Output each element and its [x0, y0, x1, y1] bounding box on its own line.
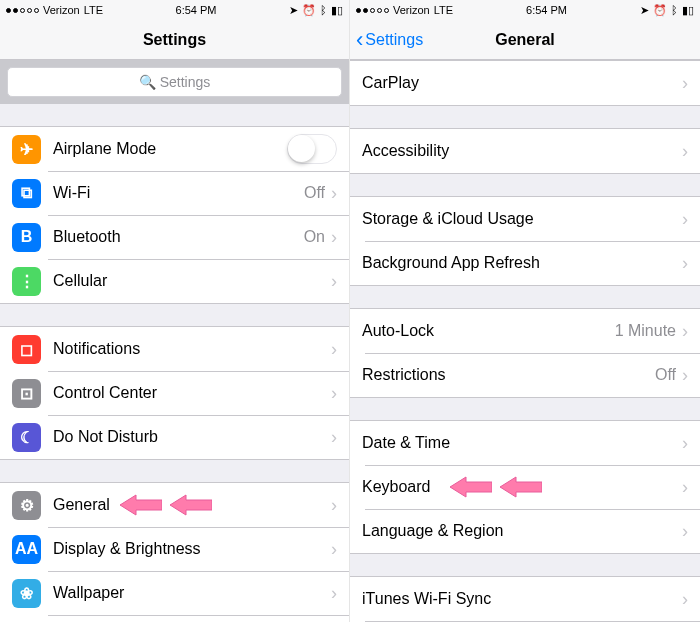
nav-bar: Settings — [0, 20, 349, 60]
row-date-time[interactable]: Date & Time› — [350, 421, 700, 465]
page-title: Settings — [143, 31, 206, 49]
chevron-right-icon: › — [682, 433, 688, 454]
airplane-icon: ✈ — [12, 135, 41, 164]
row-control[interactable]: ⊡Control Center› — [0, 371, 349, 415]
network: LTE — [84, 4, 103, 16]
row-display[interactable]: AADisplay & Brightness› — [0, 527, 349, 571]
row-label: Accessibility — [362, 142, 682, 160]
chevron-right-icon: › — [331, 539, 337, 560]
battery-icon: ▮▯ — [331, 4, 343, 17]
row-wifi[interactable]: ⧉Wi-FiOff› — [0, 171, 349, 215]
row-label: Bluetooth — [53, 228, 304, 246]
chevron-right-icon: › — [682, 253, 688, 274]
location-icon: ➤ — [289, 4, 298, 17]
row-label: Airplane Mode — [53, 140, 287, 158]
notif-icon: ◻ — [12, 335, 41, 364]
row-value: 1 Minute — [615, 322, 676, 340]
row-label: Notifications — [53, 340, 331, 358]
chevron-right-icon: › — [331, 339, 337, 360]
row-label: Keyboard — [362, 478, 682, 496]
chevron-right-icon: › — [331, 183, 337, 204]
battery-icon: ▮▯ — [682, 4, 694, 17]
carrier: Verizon — [43, 4, 80, 16]
row-auto-lock[interactable]: Auto-Lock1 Minute› — [350, 309, 700, 353]
page-title: General — [495, 31, 555, 49]
row-restrictions[interactable]: RestrictionsOff› — [350, 353, 700, 397]
search-placeholder: Settings — [160, 74, 211, 90]
row-label: Wi-Fi — [53, 184, 304, 202]
screen-general: Verizon LTE 6:54 PM ➤ ⏰ ᛒ ▮▯ ‹ Settings … — [350, 0, 700, 622]
chevron-left-icon: ‹ — [356, 29, 363, 51]
row-accessibility[interactable]: Accessibility› — [350, 129, 700, 173]
row-airplane[interactable]: ✈Airplane Mode — [0, 127, 349, 171]
row-bluetooth[interactable]: BBluetoothOn› — [0, 215, 349, 259]
bluetooth-icon: ᛒ — [671, 4, 678, 16]
chevron-right-icon: › — [331, 583, 337, 604]
search-icon: 🔍 — [139, 74, 156, 90]
row-label: iTunes Wi-Fi Sync — [362, 590, 682, 608]
row-label: General — [53, 496, 331, 514]
alarm-icon: ⏰ — [653, 4, 667, 17]
cellular-icon: ⋮ — [12, 267, 41, 296]
row-label: Restrictions — [362, 366, 655, 384]
location-icon: ➤ — [640, 4, 649, 17]
row-value: Off — [655, 366, 676, 384]
chevron-right-icon: › — [331, 383, 337, 404]
row-sounds[interactable]: 🔊Sounds› — [0, 615, 349, 622]
screen-settings: Verizon LTE 6:54 PM ➤ ⏰ ᛒ ▮▯ Settings 🔍 … — [0, 0, 350, 622]
row-cellular[interactable]: ⋮Cellular› — [0, 259, 349, 303]
dnd-icon: ☾ — [12, 423, 41, 452]
row-label: Language & Region — [362, 522, 682, 540]
row-label: Storage & iCloud Usage — [362, 210, 682, 228]
chevron-right-icon: › — [682, 321, 688, 342]
back-button[interactable]: ‹ Settings — [356, 29, 423, 51]
bluetooth-icon: ᛒ — [320, 4, 327, 16]
row-background-app-refresh[interactable]: Background App Refresh› — [350, 241, 700, 285]
row-label: CarPlay — [362, 74, 682, 92]
toggle-switch[interactable] — [287, 134, 337, 164]
row-label: Wallpaper — [53, 584, 331, 602]
row-label: Date & Time — [362, 434, 682, 452]
signal-dots — [356, 8, 389, 13]
chevron-right-icon: › — [682, 141, 688, 162]
clock: 6:54 PM — [176, 4, 217, 16]
bluetooth-icon: B — [12, 223, 41, 252]
back-label: Settings — [365, 31, 423, 49]
network: LTE — [434, 4, 453, 16]
alarm-icon: ⏰ — [302, 4, 316, 17]
chevron-right-icon: › — [682, 521, 688, 542]
status-bar: Verizon LTE 6:54 PM ➤ ⏰ ᛒ ▮▯ — [0, 0, 349, 20]
clock: 6:54 PM — [526, 4, 567, 16]
chevron-right-icon: › — [331, 427, 337, 448]
carrier: Verizon — [393, 4, 430, 16]
search-input[interactable]: 🔍 Settings — [7, 67, 342, 97]
row-value: On — [304, 228, 325, 246]
row-wallpaper[interactable]: ❀Wallpaper› — [0, 571, 349, 615]
wifi-icon: ⧉ — [12, 179, 41, 208]
row-carplay[interactable]: CarPlay› — [350, 61, 700, 105]
row-label: Display & Brightness — [53, 540, 331, 558]
chevron-right-icon: › — [682, 365, 688, 386]
row-keyboard[interactable]: Keyboard› — [350, 465, 700, 509]
chevron-right-icon: › — [331, 495, 337, 516]
row-label: Control Center — [53, 384, 331, 402]
row-dnd[interactable]: ☾Do Not Disturb› — [0, 415, 349, 459]
row-value: Off — [304, 184, 325, 202]
chevron-right-icon: › — [331, 271, 337, 292]
row-label: Auto-Lock — [362, 322, 615, 340]
row-label: Do Not Disturb — [53, 428, 331, 446]
control-icon: ⊡ — [12, 379, 41, 408]
row-storage-icloud-usage[interactable]: Storage & iCloud Usage› — [350, 197, 700, 241]
row-general[interactable]: ⚙General› — [0, 483, 349, 527]
row-itunes-wi-fi-sync[interactable]: iTunes Wi-Fi Sync› — [350, 577, 700, 621]
row-label: Background App Refresh — [362, 254, 682, 272]
row-language-region[interactable]: Language & Region› — [350, 509, 700, 553]
row-label: Cellular — [53, 272, 331, 290]
chevron-right-icon: › — [682, 209, 688, 230]
row-notif[interactable]: ◻Notifications› — [0, 327, 349, 371]
chevron-right-icon: › — [682, 589, 688, 610]
nav-bar: ‹ Settings General — [350, 20, 700, 60]
chevron-right-icon: › — [682, 73, 688, 94]
general-icon: ⚙ — [12, 491, 41, 520]
display-icon: AA — [12, 535, 41, 564]
